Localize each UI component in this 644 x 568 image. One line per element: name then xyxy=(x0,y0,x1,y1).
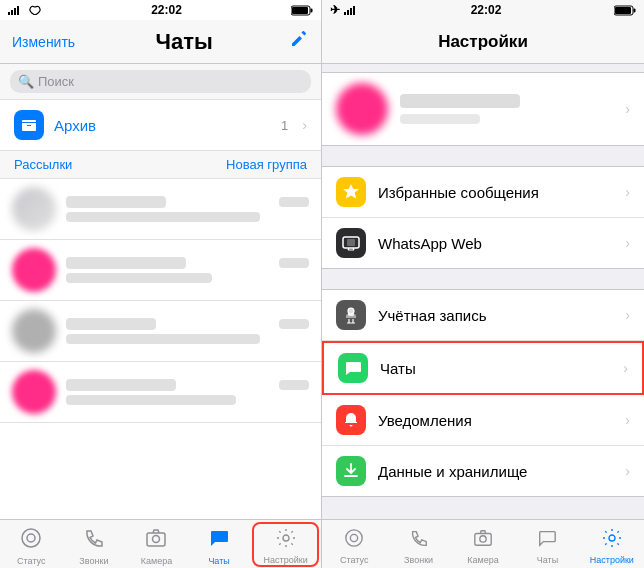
svg-rect-2 xyxy=(14,8,16,15)
chat-name xyxy=(66,379,176,391)
broadcasts-row: Рассылки Новая группа xyxy=(0,151,321,179)
archive-count: 1 xyxy=(281,118,288,133)
tab-settings-right[interactable]: Настройки xyxy=(580,524,644,565)
camera-icon-right xyxy=(473,528,493,553)
list-item[interactable] xyxy=(0,362,321,423)
settings-list: › Избранные сообщения › WhatsApp Web › xyxy=(322,64,644,519)
chat-time xyxy=(279,319,309,329)
svg-point-10 xyxy=(153,535,160,542)
account-icon xyxy=(336,300,366,330)
left-tab-bar: Статус Звонки Камера Чаты Настройки xyxy=(0,519,321,568)
chat-preview xyxy=(66,212,260,222)
chats-icon-right xyxy=(537,528,557,553)
svg-rect-12 xyxy=(344,12,346,15)
right-battery xyxy=(614,5,636,16)
chat-name xyxy=(66,257,186,269)
left-time: 22:02 xyxy=(151,3,182,17)
tab-chats-right[interactable]: Чаты xyxy=(515,524,579,565)
right-tab-bar: Статус Звонки Камера Чаты Настройки xyxy=(322,519,644,568)
tab-status-right[interactable]: Статус xyxy=(322,524,386,565)
svg-point-24 xyxy=(351,534,358,541)
search-placeholder: Поиск xyxy=(38,74,74,89)
notifications-chevron: › xyxy=(625,412,630,428)
favorites-item[interactable]: Избранные сообщения › xyxy=(322,167,644,218)
favorites-icon xyxy=(336,177,366,207)
account-label: Учётная запись xyxy=(378,307,613,324)
tab-chats-left[interactable]: Чаты xyxy=(188,523,251,566)
chat-name-row xyxy=(66,379,309,391)
profile-info xyxy=(400,94,613,124)
list-item[interactable] xyxy=(0,240,321,301)
chat-name-row xyxy=(66,257,309,269)
svg-point-23 xyxy=(346,529,362,545)
chat-name-row xyxy=(66,318,309,330)
tab-camera-right[interactable]: Камера xyxy=(451,524,515,565)
left-status-bar: 22:02 xyxy=(0,0,321,20)
svg-rect-18 xyxy=(615,7,631,14)
compose-icon[interactable] xyxy=(289,29,309,54)
camera-icon xyxy=(145,527,167,554)
profile-row[interactable]: › xyxy=(322,73,644,145)
chat-name xyxy=(66,196,166,208)
right-nav-bar: Настройки xyxy=(322,20,644,64)
whatsapp-web-icon xyxy=(336,228,366,258)
avatar xyxy=(12,309,56,353)
tab-status-left[interactable]: Статус xyxy=(0,523,63,566)
broadcasts-label[interactable]: Рассылки xyxy=(14,157,72,172)
tab-chats-label: Чаты xyxy=(208,556,229,566)
chat-time xyxy=(279,197,309,207)
svg-rect-17 xyxy=(633,8,635,12)
list-item[interactable] xyxy=(0,301,321,362)
search-input-wrap[interactable]: 🔍 Поиск xyxy=(10,70,311,93)
chat-info xyxy=(66,196,309,222)
svg-rect-0 xyxy=(8,12,10,15)
right-panel: ✈ 22:02 Настройки › xyxy=(322,0,644,568)
tab-calls-left[interactable]: Звонки xyxy=(63,523,126,566)
chats-settings-label: Чаты xyxy=(380,360,611,377)
chat-info xyxy=(66,379,309,405)
search-bar: 🔍 Поиск xyxy=(0,64,321,100)
avatar xyxy=(12,187,56,231)
tab-status-label-right: Статус xyxy=(340,555,368,565)
edit-button[interactable]: Изменить xyxy=(12,34,75,50)
svg-rect-14 xyxy=(350,8,352,15)
tab-calls-label: Звонки xyxy=(79,556,108,566)
avatar xyxy=(12,370,56,414)
settings-title: Настройки xyxy=(438,32,528,52)
profile-name xyxy=(400,94,520,108)
profile-status xyxy=(400,114,480,124)
notifications-item[interactable]: Уведомления › xyxy=(322,395,644,446)
profile-chevron: › xyxy=(625,101,630,117)
archive-label: Архив xyxy=(54,117,271,134)
svg-point-11 xyxy=(283,535,289,541)
tab-camera-left[interactable]: Камера xyxy=(125,523,188,566)
archive-row[interactable]: Архив 1 › xyxy=(0,100,321,151)
tab-calls-right[interactable]: Звонки xyxy=(386,524,450,565)
account-item[interactable]: Учётная запись › xyxy=(322,290,644,341)
list-item[interactable] xyxy=(0,179,321,240)
data-storage-chevron: › xyxy=(625,463,630,479)
tab-calls-label-right: Звонки xyxy=(404,555,433,565)
data-storage-label: Данные и хранилище xyxy=(378,463,613,480)
tab-camera-label: Камера xyxy=(141,556,172,566)
tab-settings-label-left: Настройки xyxy=(264,555,308,565)
left-battery xyxy=(291,5,313,16)
svg-rect-1 xyxy=(11,10,13,15)
svg-rect-20 xyxy=(347,239,355,246)
right-time: 22:02 xyxy=(471,3,502,17)
notifications-label: Уведомления xyxy=(378,412,613,429)
data-storage-item[interactable]: Данные и хранилище › xyxy=(322,446,644,496)
chat-info xyxy=(66,257,309,283)
tab-chats-label-right: Чаты xyxy=(537,555,558,565)
chats-settings-item[interactable]: Чаты › xyxy=(322,341,644,395)
airplane-mode-icon: ✈ xyxy=(330,3,340,17)
chat-name xyxy=(66,318,156,330)
svg-rect-5 xyxy=(310,8,312,12)
whatsapp-web-item[interactable]: WhatsApp Web › xyxy=(322,218,644,268)
whatsapp-web-chevron: › xyxy=(625,235,630,251)
new-group-button[interactable]: Новая группа xyxy=(226,157,307,172)
tab-settings-left-highlighted[interactable]: Настройки xyxy=(252,522,319,567)
chat-time xyxy=(279,258,309,268)
svg-rect-6 xyxy=(292,7,308,14)
archive-icon xyxy=(14,110,44,140)
